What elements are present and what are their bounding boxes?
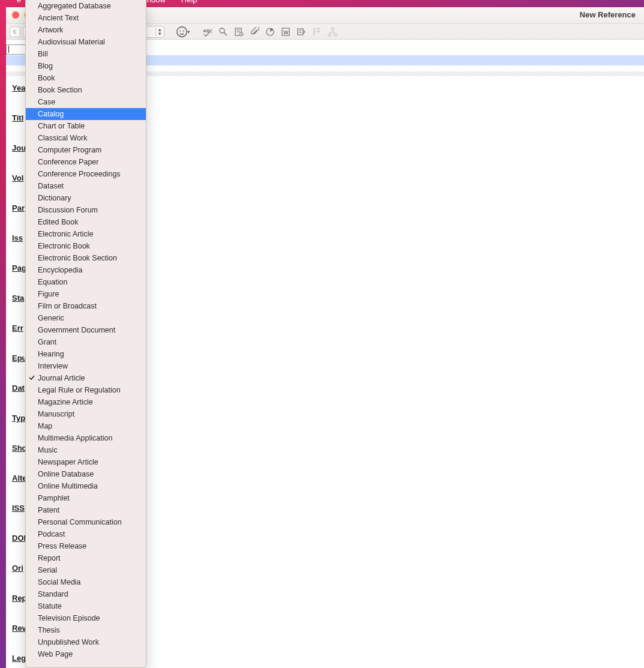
dropdown-item[interactable]: Social Media	[26, 576, 146, 588]
dropdown-item[interactable]: Electronic Article	[26, 228, 146, 240]
dropdown-item[interactable]: Online Multimedia	[26, 480, 146, 492]
spellcheck-button[interactable]: ABC	[201, 26, 214, 38]
dropdown-item[interactable]: Bill	[26, 48, 146, 60]
dropdown-item[interactable]: Government Document	[26, 324, 146, 336]
dropdown-item-label: Electronic Article	[38, 230, 93, 238]
dropdown-item[interactable]: Dataset	[26, 180, 146, 192]
dropdown-item[interactable]: Thesis	[26, 624, 146, 636]
dropdown-item[interactable]: Electronic Book Section	[26, 252, 146, 264]
attach-file-button[interactable]	[248, 26, 261, 38]
dropdown-item-label: Serial	[38, 566, 57, 574]
dropdown-item[interactable]: Television Episode	[26, 612, 146, 624]
window-close-button[interactable]	[12, 11, 19, 19]
dropdown-item-label: Aggregated Database	[38, 2, 111, 10]
svg-rect-15	[298, 29, 303, 35]
dropdown-item[interactable]: Figure	[26, 288, 146, 300]
dropdown-item[interactable]: Pamphlet	[26, 492, 146, 504]
window-title: New Reference	[580, 10, 636, 19]
dropdown-item-label: Book	[38, 74, 55, 82]
dropdown-item[interactable]: Aggregated Database	[26, 0, 146, 12]
dropdown-item[interactable]: Grant	[26, 336, 146, 348]
mark-read-button[interactable]	[310, 26, 324, 38]
dropdown-item[interactable]: Press Release	[26, 540, 146, 552]
dropdown-item-label: Legal Rule or Regulation	[38, 386, 121, 394]
dropdown-item[interactable]: Serial	[26, 564, 146, 576]
svg-point-2	[183, 30, 184, 31]
svg-point-1	[179, 30, 181, 31]
dropdown-item[interactable]: Online Database	[26, 468, 146, 480]
dropdown-item[interactable]: Discussion Forum	[26, 204, 146, 216]
insert-citation-button[interactable]	[295, 26, 308, 38]
dropdown-item[interactable]: Standard	[26, 588, 146, 600]
dropdown-item[interactable]: Computer Program	[26, 144, 146, 156]
smiley-icon	[175, 25, 188, 38]
dropdown-item[interactable]: Audiovisual Material	[26, 36, 146, 48]
find-reference-button[interactable]	[217, 26, 230, 38]
insert-note-button[interactable]	[232, 26, 245, 38]
dropdown-item[interactable]: Chart or Table	[26, 120, 146, 132]
dropdown-item[interactable]: Dictionary	[26, 192, 146, 204]
dropdown-item-label: Multimedia Application	[38, 434, 112, 442]
dropdown-item-label: Equation	[38, 278, 67, 286]
dropdown-item[interactable]: Manuscript	[26, 408, 146, 420]
menu-item[interactable]: Help	[181, 0, 197, 4]
dropdown-item[interactable]: Magazine Article	[26, 396, 146, 408]
dropdown-item[interactable]: Music	[26, 444, 146, 456]
dropdown-item[interactable]: Artwork	[26, 24, 146, 36]
rating-button[interactable]	[175, 26, 188, 38]
dropdown-item[interactable]: Edited Book	[26, 216, 146, 228]
dropdown-item-label: Patent	[38, 506, 59, 514]
dropdown-item[interactable]: Electronic Book	[26, 240, 146, 252]
dropdown-item[interactable]: Book Section	[26, 84, 146, 96]
dropdown-item[interactable]: Book	[26, 72, 146, 84]
dropdown-item[interactable]: Unpublished Work	[26, 636, 146, 648]
dropdown-item[interactable]: Legal Rule or Regulation	[26, 384, 146, 396]
dropdown-item-label: Electronic Book Section	[38, 254, 117, 262]
dropdown-item[interactable]: Catalog	[26, 108, 146, 120]
chart-button[interactable]	[263, 26, 277, 38]
citation-icon	[296, 27, 306, 37]
dropdown-item[interactable]: Multimedia Application	[26, 432, 146, 444]
svg-point-4	[220, 28, 224, 33]
stepper-arrows-icon: ▴▾	[158, 28, 161, 36]
open-word-button[interactable]: W	[279, 26, 292, 38]
dropdown-item[interactable]: Newspaper Article	[26, 456, 146, 468]
dropdown-item[interactable]: Report	[26, 552, 146, 564]
dropdown-item[interactable]: Equation	[26, 276, 146, 288]
dropdown-item[interactable]: Hearing	[26, 348, 146, 360]
dropdown-item[interactable]: Ancient Text	[26, 12, 146, 24]
dropdown-item-label: Podcast	[38, 530, 65, 538]
dropdown-item[interactable]: Personal Communication	[26, 516, 146, 528]
dropdown-item-label: Report	[38, 554, 61, 562]
dropdown-item[interactable]: Web Page	[26, 648, 146, 660]
dropdown-item[interactable]: Case	[26, 96, 146, 108]
dropdown-item-label: Pamphlet	[38, 494, 70, 502]
dropdown-item-label: Bill	[38, 50, 48, 58]
os-dock-strip	[0, 0, 6, 668]
dropdown-item[interactable]: Statute	[26, 600, 146, 612]
dropdown-item-label: Catalog	[38, 110, 64, 118]
dropdown-item-label: Grant	[38, 338, 56, 346]
hierarchy-icon	[328, 27, 337, 37]
dropdown-item-label: Blog	[38, 62, 53, 70]
dropdown-item[interactable]: Film or Broadcast	[26, 300, 146, 312]
dropdown-item[interactable]: Conference Paper	[26, 156, 146, 168]
reference-type-dropdown[interactable]: Aggregated DatabaseAncient TextArtworkAu…	[25, 0, 146, 668]
dropdown-item-label: Web Page	[38, 650, 73, 658]
dropdown-item[interactable]: Classical Work	[26, 132, 146, 144]
dropdown-item[interactable]: Journal Article	[26, 372, 146, 384]
dropdown-item[interactable]: Generic	[26, 312, 146, 324]
dropdown-item[interactable]: Interview	[26, 360, 146, 372]
share-button[interactable]	[326, 26, 339, 38]
prev-reference-button[interactable]	[10, 26, 20, 37]
chevron-down-icon[interactable]: ▾	[187, 29, 190, 35]
svg-text:ABC: ABC	[203, 28, 212, 34]
dropdown-item[interactable]: Blog	[26, 60, 146, 72]
dropdown-item[interactable]: Map	[26, 420, 146, 432]
dropdown-item[interactable]: Encyclopedia	[26, 264, 146, 276]
menu-item[interactable]: e	[17, 0, 21, 4]
dropdown-item[interactable]: Patent	[26, 504, 146, 516]
dropdown-item[interactable]: Conference Proceedings	[26, 168, 146, 180]
note-icon	[234, 27, 244, 37]
dropdown-item[interactable]: Podcast	[26, 528, 146, 540]
